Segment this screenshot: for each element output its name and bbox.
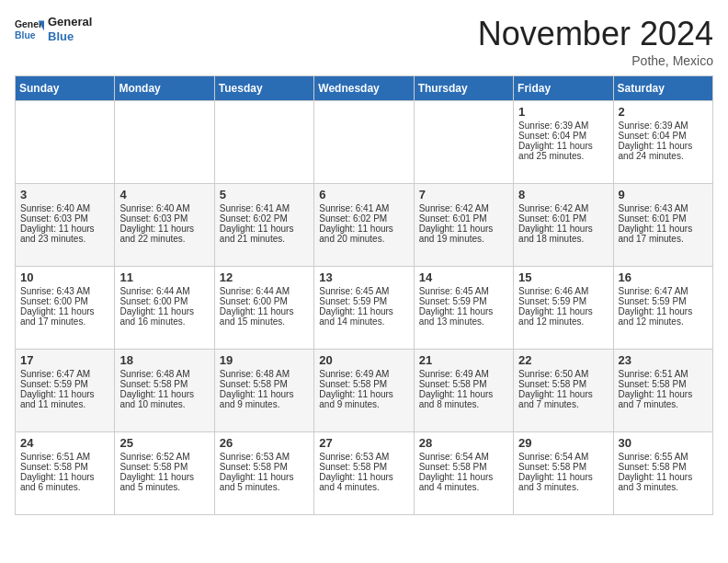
daylight-text: Daylight: 11 hours and 25 minutes. xyxy=(518,141,608,161)
daylight-text: Daylight: 11 hours and 12 minutes. xyxy=(518,306,608,327)
day-number: 4 xyxy=(119,188,209,201)
calendar-week-5: 24Sunrise: 6:51 AMSunset: 5:58 PMDayligh… xyxy=(16,432,713,515)
sunset-text: Sunset: 6:04 PM xyxy=(518,131,608,141)
logo-general-text: General xyxy=(48,15,92,29)
sunset-text: Sunset: 6:01 PM xyxy=(419,213,508,224)
sunrise-text: Sunrise: 6:44 AM xyxy=(119,286,209,296)
sunset-text: Sunset: 5:58 PM xyxy=(220,379,309,389)
calendar-cell: 21Sunrise: 6:49 AMSunset: 5:58 PMDayligh… xyxy=(414,350,513,432)
calendar-cell: 3Sunrise: 6:40 AMSunset: 6:03 PMDaylight… xyxy=(16,184,115,267)
sunrise-text: Sunrise: 6:40 AM xyxy=(20,203,109,213)
daylight-text: Daylight: 11 hours and 24 minutes. xyxy=(619,141,708,161)
month-title: November 2024 xyxy=(478,15,713,53)
calendar-cell: 2Sunrise: 6:39 AMSunset: 6:04 PMDaylight… xyxy=(613,101,712,184)
logo-icon: General Blue xyxy=(15,15,44,44)
day-number: 23 xyxy=(619,353,708,367)
sunrise-text: Sunrise: 6:54 AM xyxy=(419,452,508,462)
sunset-text: Sunset: 6:00 PM xyxy=(20,296,109,306)
calendar-cell: 30Sunrise: 6:55 AMSunset: 5:58 PMDayligh… xyxy=(613,432,712,515)
day-number: 18 xyxy=(119,353,209,367)
sunset-text: Sunset: 5:58 PM xyxy=(619,462,708,472)
daylight-text: Daylight: 11 hours and 6 minutes. xyxy=(20,472,109,492)
sunset-text: Sunset: 5:58 PM xyxy=(319,462,408,472)
calendar-cell: 12Sunrise: 6:44 AMSunset: 6:00 PMDayligh… xyxy=(214,267,313,350)
day-number: 15 xyxy=(518,270,608,284)
calendar-cell: 18Sunrise: 6:48 AMSunset: 5:58 PMDayligh… xyxy=(115,350,214,432)
sunset-text: Sunset: 6:00 PM xyxy=(119,296,209,306)
sunset-text: Sunset: 5:58 PM xyxy=(518,379,608,389)
sunset-text: Sunset: 5:59 PM xyxy=(619,296,708,306)
day-number: 12 xyxy=(220,270,309,284)
daylight-text: Daylight: 11 hours and 14 minutes. xyxy=(319,306,408,327)
calendar-cell xyxy=(115,101,214,184)
sunset-text: Sunset: 5:59 PM xyxy=(20,379,109,389)
calendar-cell: 14Sunrise: 6:45 AMSunset: 5:59 PMDayligh… xyxy=(414,267,513,350)
daylight-text: Daylight: 11 hours and 5 minutes. xyxy=(220,472,309,492)
logo-blue-text: Blue xyxy=(48,29,92,44)
daylight-text: Daylight: 11 hours and 21 minutes. xyxy=(220,224,309,244)
daylight-text: Daylight: 11 hours and 13 minutes. xyxy=(419,306,508,327)
col-monday: Monday xyxy=(115,76,214,101)
calendar-cell: 13Sunrise: 6:45 AMSunset: 5:59 PMDayligh… xyxy=(314,267,414,350)
daylight-text: Daylight: 11 hours and 7 minutes. xyxy=(619,389,708,409)
location: Pothe, Mexico xyxy=(478,53,713,68)
day-number: 24 xyxy=(20,436,109,450)
calendar-week-2: 3Sunrise: 6:40 AMSunset: 6:03 PMDaylight… xyxy=(16,184,713,267)
calendar-cell xyxy=(16,101,115,184)
day-number: 21 xyxy=(419,353,508,367)
title-block: November 2024 Pothe, Mexico xyxy=(478,15,713,68)
col-sunday: Sunday xyxy=(16,76,115,101)
sunrise-text: Sunrise: 6:48 AM xyxy=(119,369,209,379)
calendar-week-4: 17Sunrise: 6:47 AMSunset: 5:59 PMDayligh… xyxy=(16,350,713,432)
day-number: 10 xyxy=(20,270,109,284)
calendar-cell: 23Sunrise: 6:51 AMSunset: 5:58 PMDayligh… xyxy=(613,350,712,432)
sunrise-text: Sunrise: 6:41 AM xyxy=(220,203,309,213)
col-thursday: Thursday xyxy=(414,76,513,101)
calendar-cell: 4Sunrise: 6:40 AMSunset: 6:03 PMDaylight… xyxy=(115,184,214,267)
calendar-cell: 6Sunrise: 6:41 AMSunset: 6:02 PMDaylight… xyxy=(314,184,414,267)
sunset-text: Sunset: 6:02 PM xyxy=(220,213,309,224)
day-number: 6 xyxy=(319,188,408,201)
col-wednesday: Wednesday xyxy=(314,76,414,101)
calendar-cell: 10Sunrise: 6:43 AMSunset: 6:00 PMDayligh… xyxy=(16,267,115,350)
sunrise-text: Sunrise: 6:44 AM xyxy=(220,286,309,296)
day-number: 20 xyxy=(319,353,408,367)
page-header: General Blue General Blue November 2024 … xyxy=(15,15,713,68)
sunrise-text: Sunrise: 6:40 AM xyxy=(119,203,209,213)
sunrise-text: Sunrise: 6:51 AM xyxy=(619,369,708,379)
daylight-text: Daylight: 11 hours and 3 minutes. xyxy=(619,472,708,492)
day-number: 22 xyxy=(518,353,608,367)
sunrise-text: Sunrise: 6:39 AM xyxy=(619,121,708,131)
sunrise-text: Sunrise: 6:50 AM xyxy=(518,369,608,379)
sunset-text: Sunset: 5:58 PM xyxy=(20,462,109,472)
calendar-table: Sunday Monday Tuesday Wednesday Thursday… xyxy=(15,75,713,515)
calendar-cell: 24Sunrise: 6:51 AMSunset: 5:58 PMDayligh… xyxy=(16,432,115,515)
daylight-text: Daylight: 11 hours and 19 minutes. xyxy=(419,224,508,244)
sunrise-text: Sunrise: 6:52 AM xyxy=(119,452,209,462)
calendar-cell: 16Sunrise: 6:47 AMSunset: 5:59 PMDayligh… xyxy=(613,267,712,350)
calendar-cell: 26Sunrise: 6:53 AMSunset: 5:58 PMDayligh… xyxy=(214,432,313,515)
sunset-text: Sunset: 6:03 PM xyxy=(119,213,209,224)
sunrise-text: Sunrise: 6:49 AM xyxy=(419,369,508,379)
calendar-cell: 5Sunrise: 6:41 AMSunset: 6:02 PMDaylight… xyxy=(214,184,313,267)
calendar-cell xyxy=(414,101,513,184)
daylight-text: Daylight: 11 hours and 17 minutes. xyxy=(619,224,708,244)
day-number: 9 xyxy=(619,188,708,201)
sunset-text: Sunset: 5:58 PM xyxy=(419,462,508,472)
sunrise-text: Sunrise: 6:55 AM xyxy=(619,452,708,462)
calendar-cell: 25Sunrise: 6:52 AMSunset: 5:58 PMDayligh… xyxy=(115,432,214,515)
daylight-text: Daylight: 11 hours and 4 minutes. xyxy=(419,472,508,492)
day-number: 13 xyxy=(319,270,408,284)
daylight-text: Daylight: 11 hours and 16 minutes. xyxy=(119,306,209,327)
sunrise-text: Sunrise: 6:48 AM xyxy=(220,369,309,379)
calendar-body: 1Sunrise: 6:39 AMSunset: 6:04 PMDaylight… xyxy=(16,101,713,515)
daylight-text: Daylight: 11 hours and 11 minutes. xyxy=(20,389,109,409)
day-number: 5 xyxy=(220,188,309,201)
daylight-text: Daylight: 11 hours and 22 minutes. xyxy=(119,224,209,244)
logo: General Blue General Blue xyxy=(15,15,92,44)
calendar-week-1: 1Sunrise: 6:39 AMSunset: 6:04 PMDaylight… xyxy=(16,101,713,184)
calendar-cell: 22Sunrise: 6:50 AMSunset: 5:58 PMDayligh… xyxy=(514,350,613,432)
sunset-text: Sunset: 5:58 PM xyxy=(319,379,408,389)
sunrise-text: Sunrise: 6:45 AM xyxy=(419,286,508,296)
col-saturday: Saturday xyxy=(613,76,712,101)
